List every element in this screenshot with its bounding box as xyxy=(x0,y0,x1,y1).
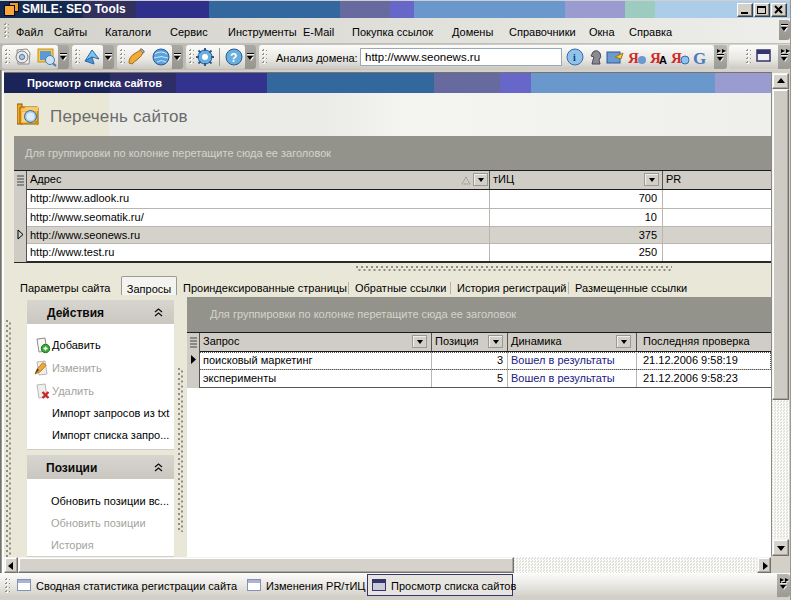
svg-text:Я: Я xyxy=(671,50,682,66)
svg-text:?: ? xyxy=(230,51,237,65)
svg-text:Я: Я xyxy=(628,50,639,66)
svg-text:G: G xyxy=(693,49,706,67)
svg-text:i: i xyxy=(573,52,576,63)
svg-text:A: A xyxy=(659,54,667,66)
